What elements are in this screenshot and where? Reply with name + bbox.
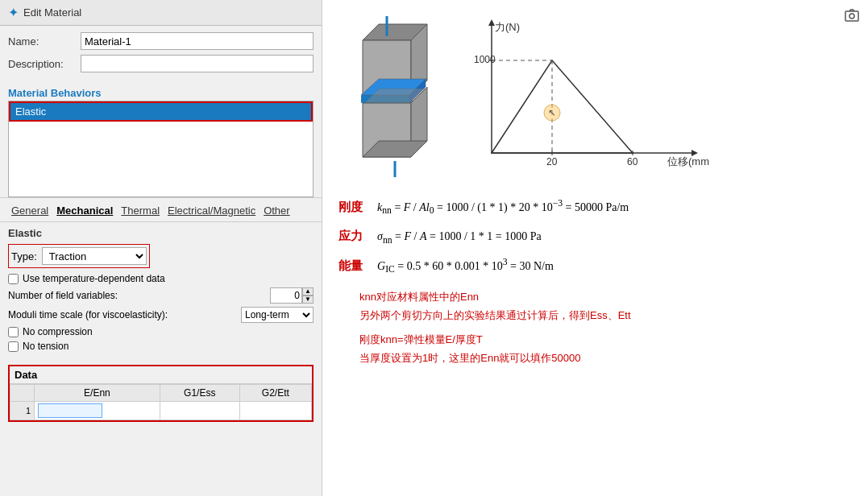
notes-section: knn对应材料属性中的Enn 另外两个剪切方向上的实验结果通过计算后，得到Ess… <box>338 287 852 368</box>
table-row: 1 <box>10 402 312 420</box>
diagram-area: 力(N) 位移(mm) 1000 20 60 <box>338 16 852 180</box>
model-3d <box>338 16 443 177</box>
name-label: Name: <box>8 35 81 48</box>
svg-text:20: 20 <box>546 156 558 167</box>
row-number: 1 <box>10 402 35 420</box>
formulas-section: 刚度 knn = F / Al0 = 1000 / (1 * 1) * 20 *… <box>338 194 852 279</box>
left-panel: ✦ Edit Material Name: Description: Mater… <box>0 0 322 496</box>
stiffness-formula: knn = F / Al0 = 1000 / (1 * 1) * 20 * 10… <box>377 194 629 221</box>
menu-mechanical[interactable]: Mechanical <box>53 203 116 218</box>
elastic-section: Elastic Type: Traction Isotropic Orthotr… <box>0 222 322 360</box>
col-enn-header: E/Enn <box>35 385 160 402</box>
energy-formula: GIC = 0.5 * 60 * 0.001 * 103 = 30 N/m <box>377 253 554 279</box>
behaviors-list: Elastic <box>8 101 314 197</box>
cell-ett[interactable] <box>239 402 311 420</box>
note-1: knn对应材料属性中的Enn <box>338 287 852 306</box>
table-header-row: E/Enn G1/Ess G2/Ett <box>10 385 312 402</box>
formula-stress: 应力 σnn = F / A = 1000 / 1 * 1 = 1000 Pa <box>338 224 852 250</box>
stiffness-label: 刚度 <box>338 195 371 219</box>
cell-enn[interactable] <box>35 402 160 420</box>
no-tension-label: No tension <box>23 341 69 352</box>
form-section: Name: Description: <box>0 26 322 84</box>
description-input[interactable] <box>81 55 314 72</box>
moduli-label: Moduli time scale (for viscoelasticity): <box>8 309 241 320</box>
svg-text:力(N): 力(N) <box>495 21 520 33</box>
name-row: Name: <box>8 32 314 50</box>
moduli-row: Moduli time scale (for viscoelasticity):… <box>8 307 314 323</box>
moduli-select[interactable]: Long-term Instantaneous <box>241 307 314 323</box>
no-compression-checkbox[interactable] <box>8 327 19 337</box>
note-2: 另外两个剪切方向上的实验结果通过计算后，得到Ess、Ett <box>338 306 852 324</box>
edit-material-title: Edit Material <box>23 6 81 19</box>
no-compression-label: No compression <box>23 326 93 337</box>
num-field-input[interactable] <box>270 287 302 304</box>
use-temp-row: Use temperature-dependent data <box>8 273 314 284</box>
enn-input[interactable] <box>38 403 102 418</box>
type-row: Type: Traction Isotropic Orthotropic <box>8 244 150 268</box>
chart-svg: 力(N) 位移(mm) 1000 20 60 <box>451 16 709 177</box>
data-table-section: Data E/Enn G1/Ess G2/Ett 1 <box>8 365 314 422</box>
no-tension-checkbox[interactable] <box>8 341 19 352</box>
elastic-title: Elastic <box>8 227 314 239</box>
svg-marker-28 <box>492 60 633 153</box>
num-field-label: Number of field variables: <box>8 290 270 301</box>
stress-formula: σnn = F / A = 1000 / 1 * 1 = 1000 Pa <box>377 225 542 250</box>
spin-up[interactable]: ▲ <box>302 287 314 296</box>
use-temp-label: Use temperature-dependent data <box>23 273 165 284</box>
svg-text:1000: 1000 <box>474 54 496 65</box>
stress-label: 应力 <box>338 224 371 248</box>
col-ett-header: G2/Ett <box>239 385 311 402</box>
note-4: 当厚度设置为1时，这里的Enn就可以填作50000 <box>338 349 852 367</box>
description-label: Description: <box>8 58 81 70</box>
behavior-elastic[interactable]: Elastic <box>9 101 313 122</box>
data-table-title: Data <box>10 366 312 384</box>
cell-ess[interactable] <box>160 402 239 420</box>
data-table: E/Enn G1/Ess G2/Ett 1 <box>10 384 312 420</box>
formula-stiffness: 刚度 knn = F / Al0 = 1000 / (1 * 1) * 20 *… <box>338 194 852 221</box>
formula-energy: 能量 GIC = 0.5 * 60 * 0.001 * 103 = 30 N/m <box>338 253 852 279</box>
type-select[interactable]: Traction Isotropic Orthotropic <box>42 247 147 265</box>
description-row: Description: <box>8 55 314 72</box>
type-label: Type: <box>11 250 37 262</box>
menu-electrical[interactable]: Electrical/Magnetic <box>164 203 259 218</box>
menu-other[interactable]: Other <box>260 203 293 218</box>
spin-down[interactable]: ▼ <box>302 296 314 304</box>
svg-text:↖: ↖ <box>548 107 556 118</box>
edit-material-header: ✦ Edit Material <box>0 0 322 26</box>
svg-text:60: 60 <box>627 156 638 167</box>
menu-bar: General Mechanical Thermal Electrical/Ma… <box>0 197 322 222</box>
name-input[interactable] <box>81 32 314 50</box>
no-compression-row: No compression <box>8 326 314 337</box>
material-icon: ✦ <box>8 5 19 20</box>
svg-marker-18 <box>488 19 495 26</box>
num-field-row: Number of field variables: ▲ ▼ <box>8 287 314 304</box>
material-behaviors-label: Material Behaviors <box>0 84 322 101</box>
col-num-header <box>10 385 35 402</box>
col-ess-header: G1/Ess <box>160 385 239 402</box>
right-panel: 力(N) 位移(mm) 1000 20 60 <box>322 0 868 496</box>
note-3: 刚度knn=弹性模量E/厚度T <box>338 330 852 349</box>
use-temp-checkbox[interactable] <box>8 274 19 284</box>
svg-text:位移(mm): 位移(mm) <box>667 155 709 167</box>
chart-area: 力(N) 位移(mm) 1000 20 60 <box>451 16 852 180</box>
energy-label: 能量 <box>338 254 371 278</box>
menu-thermal[interactable]: Thermal <box>118 203 163 218</box>
model-3d-svg <box>338 16 443 177</box>
num-field-spinner: ▲ ▼ <box>302 287 314 304</box>
no-tension-row: No tension <box>8 341 314 352</box>
menu-general[interactable]: General <box>8 203 52 218</box>
